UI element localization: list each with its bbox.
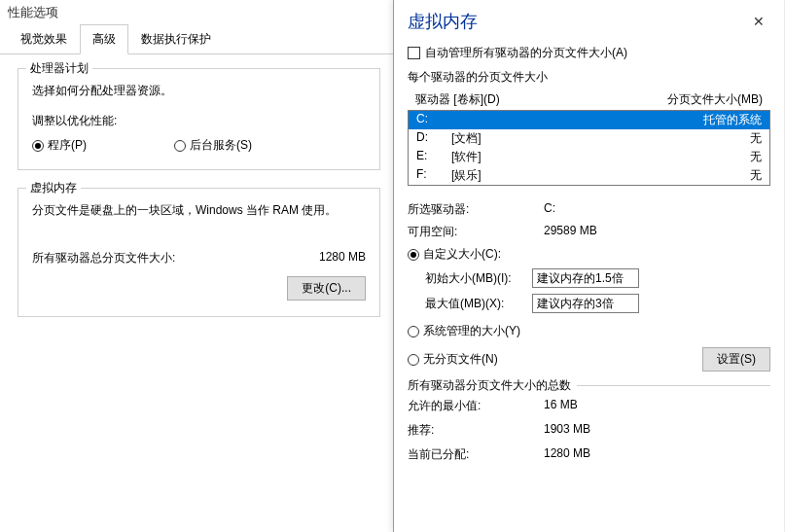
radio-icon xyxy=(408,354,419,366)
per-drive-label: 每个驱动器的分页文件大小 xyxy=(408,69,770,86)
total-paging-label: 所有驱动器总分页文件大小: xyxy=(32,250,175,266)
drive-label: [软件] xyxy=(451,149,482,165)
radio-programs[interactable]: 程序(P) xyxy=(32,137,87,154)
virtual-memory-dialog: 虚拟内存 ✕ 自动管理所有驱动器的分页文件大小(A) 每个驱动器的分页文件大小 … xyxy=(393,0,784,532)
drive-list[interactable]: C:托管的系统D:[文档]无E:[软件]无F:[娱乐]无 xyxy=(408,110,770,186)
available-space-label: 可用空间: xyxy=(408,224,544,240)
radio-none-label: 无分页文件(N) xyxy=(423,351,498,368)
total-paging-value: 1280 MB xyxy=(319,250,366,266)
radio-icon xyxy=(32,140,44,152)
change-button[interactable]: 更改(C)... xyxy=(287,276,366,301)
min-label: 允许的最小值: xyxy=(408,398,544,414)
set-button[interactable]: 设置(S) xyxy=(702,347,770,372)
dialog-title: 虚拟内存 xyxy=(408,10,478,33)
header-size: 分页文件大小(MB) xyxy=(667,91,763,108)
drive-list-header: 驱动器 [卷标](D) 分页文件大小(MB) xyxy=(408,89,770,110)
radio-custom-label: 自定义大小(C): xyxy=(423,246,501,263)
drive-letter: D: xyxy=(416,130,434,147)
advanced-tab-content: 处理器计划 选择如何分配处理器资源。 调整以优化性能: 程序(P) 后台服务(S… xyxy=(0,54,398,348)
drive-row[interactable]: D:[文档]无 xyxy=(409,129,769,148)
header-drive: 驱动器 [卷标](D) xyxy=(415,91,500,108)
checkbox-icon xyxy=(408,47,420,59)
initial-size-label: 初始大小(MB)(I): xyxy=(408,270,532,287)
radio-icon xyxy=(408,249,419,261)
radio-icon xyxy=(174,140,186,152)
rec-value: 1903 MB xyxy=(544,422,770,439)
initial-size-input[interactable] xyxy=(532,268,639,288)
close-icon[interactable]: ✕ xyxy=(747,12,770,31)
cur-value: 1280 MB xyxy=(544,446,770,463)
radio-background-label: 后台服务(S) xyxy=(190,137,252,154)
drive-row[interactable]: E:[软件]无 xyxy=(409,148,769,166)
vm-desc: 分页文件是硬盘上的一块区域，Windows 当作 RAM 使用。 xyxy=(32,202,366,219)
drive-letter: F: xyxy=(416,167,434,184)
max-size-label: 最大值(MB)(X): xyxy=(408,296,532,312)
radio-system-managed[interactable]: 系统管理的大小(Y) xyxy=(408,323,770,339)
group-title: 虚拟内存 xyxy=(26,180,81,196)
radio-programs-label: 程序(P) xyxy=(48,137,87,154)
auto-manage-label: 自动管理所有驱动器的分页文件大小(A) xyxy=(425,45,627,61)
tabs: 视觉效果 高级 数据执行保护 xyxy=(0,23,398,54)
adjust-label: 调整以优化性能: xyxy=(32,113,366,129)
drive-size: 无 xyxy=(750,167,762,184)
tab-advanced[interactable]: 高级 xyxy=(80,24,128,54)
tab-dep[interactable]: 数据执行保护 xyxy=(128,24,224,54)
radio-no-paging[interactable]: 无分页文件(N) xyxy=(408,351,498,368)
radio-custom-size[interactable]: 自定义大小(C): xyxy=(408,246,770,263)
cur-label: 当前已分配: xyxy=(408,446,544,463)
processor-scheduling-group: 处理器计划 选择如何分配处理器资源。 调整以优化性能: 程序(P) 后台服务(S… xyxy=(18,68,380,170)
radio-system-label: 系统管理的大小(Y) xyxy=(423,323,520,339)
totals-group: 所有驱动器分页文件大小的总数 允许的最小值: 16 MB 推荐: 1903 MB… xyxy=(408,385,770,463)
min-value: 16 MB xyxy=(544,398,770,414)
drive-row[interactable]: F:[娱乐]无 xyxy=(409,166,769,185)
drive-row[interactable]: C:托管的系统 xyxy=(409,111,769,129)
selected-drive-value: C: xyxy=(544,201,770,218)
radio-icon xyxy=(408,326,419,337)
available-space-value: 29589 MB xyxy=(544,224,770,240)
tab-visual-effects[interactable]: 视觉效果 xyxy=(8,24,80,54)
max-size-input[interactable] xyxy=(532,294,639,313)
rec-label: 推荐: xyxy=(408,422,544,439)
performance-options-window: 性能选项 视觉效果 高级 数据执行保护 处理器计划 选择如何分配处理器资源。 调… xyxy=(0,0,399,532)
drive-label: [文档] xyxy=(451,130,482,147)
dialog-titlebar: 虚拟内存 ✕ xyxy=(394,0,784,45)
totals-title: 所有驱动器分页文件大小的总数 xyxy=(408,377,577,394)
drive-label: [娱乐] xyxy=(451,167,482,184)
window-title: 性能选项 xyxy=(0,0,398,23)
selected-drive-label: 所选驱动器: xyxy=(408,201,544,218)
drive-size: 托管的系统 xyxy=(703,112,762,128)
drive-letter: E: xyxy=(416,149,434,165)
processor-desc: 选择如何分配处理器资源。 xyxy=(32,83,366,99)
drive-letter: C: xyxy=(416,112,434,128)
group-title: 处理器计划 xyxy=(26,60,92,77)
drive-size: 无 xyxy=(750,130,762,147)
auto-manage-checkbox[interactable]: 自动管理所有驱动器的分页文件大小(A) xyxy=(408,45,770,61)
virtual-memory-group: 虚拟内存 分页文件是硬盘上的一块区域，Windows 当作 RAM 使用。 所有… xyxy=(18,188,380,317)
drive-size: 无 xyxy=(750,149,762,165)
radio-background[interactable]: 后台服务(S) xyxy=(174,137,252,154)
